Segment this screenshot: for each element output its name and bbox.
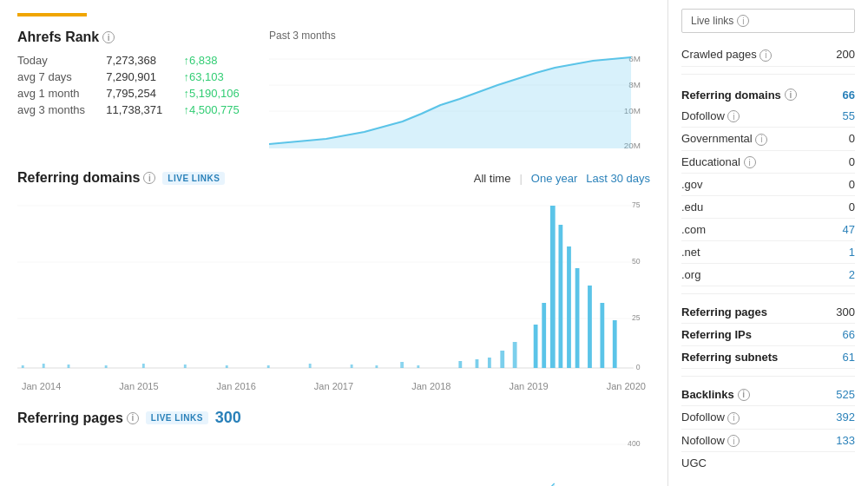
mini-chart-label: Past 3 months — [269, 30, 650, 42]
governmental-info-icon[interactable]: i — [755, 134, 767, 146]
ahrefs-rank-info-icon[interactable]: i — [102, 31, 115, 43]
edu-value: 0 — [849, 200, 855, 213]
svg-rect-35 — [513, 342, 517, 368]
svg-rect-20 — [68, 364, 70, 368]
sidebar-rd-info-icon[interactable]: i — [785, 89, 797, 101]
com-label: .com — [681, 223, 706, 236]
rank-row-3-value: 11,738,371 — [106, 103, 166, 116]
svg-rect-19 — [43, 364, 45, 368]
referring-pages-title: Referring pages i — [17, 410, 139, 426]
org-value: 2 — [849, 268, 855, 281]
backlinks-info-icon[interactable]: i — [738, 389, 750, 401]
mini-chart-section: Past 3 months 6M 8M 10M 20M — [269, 30, 650, 153]
svg-rect-32 — [476, 359, 479, 368]
live-links-info-icon[interactable]: i — [737, 15, 749, 27]
x-label-6: Jan 2020 — [607, 381, 646, 391]
sidebar-referring-domains-title: Referring domains i 66 — [681, 82, 855, 105]
time-filters: All time | One year Last 30 days — [474, 172, 650, 185]
filter-last-30[interactable]: Last 30 days — [586, 172, 650, 185]
org-label: .org — [681, 268, 700, 281]
sidebar-com-row: .com 47 — [681, 219, 855, 241]
x-label-4: Jan 2018 — [411, 381, 450, 391]
sidebar-gov-row: .gov 0 — [681, 174, 855, 196]
svg-rect-24 — [226, 365, 228, 368]
main-content: Ahrefs Rank i Today 7,273,368 ↑6,838 avg… — [0, 0, 668, 486]
referring-pages-chart: 400 — [17, 436, 650, 486]
gov-value: 0 — [849, 178, 855, 191]
sidebar-nofollow-backlinks-row: Nofollow i 133 — [681, 430, 855, 453]
svg-text:75: 75 — [632, 200, 641, 209]
crawled-pages-row: Crawled pages i 200 — [681, 43, 855, 67]
sidebar-ref-subnets-value: 61 — [843, 351, 855, 364]
referring-pages-header: Referring pages i LIVE LINKS 300 — [17, 409, 650, 427]
x-label-3: Jan 2017 — [314, 381, 353, 391]
rank-row-3-change: ↑4,500,775 — [183, 103, 243, 116]
svg-text:400: 400 — [628, 439, 640, 448]
rank-row-2-label: avg 1 month — [17, 87, 89, 100]
svg-rect-41 — [575, 268, 580, 368]
dofollow-info-icon[interactable]: i — [727, 110, 740, 122]
referring-domains-badge: LIVE LINKS — [162, 172, 225, 185]
ahrefs-rank-section: Ahrefs Rank i Today 7,273,368 ↑6,838 avg… — [17, 30, 243, 153]
live-links-button[interactable]: Live links i — [681, 9, 855, 33]
sidebar-org-row: .org 2 — [681, 264, 855, 286]
svg-rect-22 — [142, 364, 145, 368]
sidebar-rd-value: 66 — [843, 89, 855, 102]
live-links-label: Live links — [691, 15, 733, 27]
dofollow-backlinks-value: 392 — [836, 410, 855, 424]
ahrefs-rank-title: Ahrefs Rank i — [17, 30, 243, 45]
referring-domains-info-icon[interactable]: i — [143, 172, 155, 184]
educational-label: Educational — [681, 155, 740, 168]
dofollow-backlinks-info-icon[interactable]: i — [727, 412, 740, 424]
svg-text:0: 0 — [636, 363, 641, 371]
crawled-pages-info-icon[interactable]: i — [760, 49, 772, 62]
x-label-1: Jan 2015 — [119, 381, 158, 391]
svg-rect-21 — [105, 365, 108, 368]
gov-label: .gov — [681, 178, 703, 191]
svg-rect-38 — [550, 206, 556, 368]
sidebar-backlinks-row: Backlinks i 525 — [681, 384, 855, 406]
rank-row-1-label: avg 7 days — [17, 70, 89, 83]
sidebar-dofollow-backlinks-row: Dofollow i 392 — [681, 406, 855, 430]
dofollow-backlinks-label: Dofollow — [681, 410, 725, 424]
x-label-0: Jan 2014 — [22, 381, 61, 391]
backlinks-value: 525 — [836, 388, 855, 401]
referring-domains-header: Referring domains i LIVE LINKS All time … — [17, 170, 650, 186]
svg-rect-44 — [613, 320, 617, 368]
filter-one-year[interactable]: One year — [531, 172, 577, 185]
top-progress-bar — [17, 13, 87, 16]
dofollow-value: 55 — [843, 109, 855, 122]
referring-pages-badge: LIVE LINKS — [146, 411, 208, 424]
crawled-pages-value: 200 — [836, 48, 855, 61]
x-axis-labels: Jan 2014 Jan 2015 Jan 2016 Jan 2017 Jan … — [17, 381, 650, 391]
divider-1 — [681, 74, 855, 75]
referring-pages-info-icon[interactable]: i — [127, 412, 139, 424]
rank-row-1-value: 7,290,901 — [106, 70, 166, 83]
sidebar-edu-row: .edu 0 — [681, 196, 855, 219]
sidebar-net-row: .net 1 — [681, 241, 855, 264]
rank-row-0-value: 7,273,368 — [106, 54, 166, 67]
rank-row-2-value: 7,795,254 — [106, 87, 166, 100]
edu-label: .edu — [681, 200, 703, 213]
svg-rect-31 — [458, 361, 462, 368]
svg-text:Mar: Mar — [564, 152, 579, 153]
sidebar-governmental-row: Governmental i 0 — [681, 128, 855, 151]
divider-2 — [681, 293, 855, 294]
sidebar-dofollow-row: Dofollow i 55 — [681, 105, 855, 128]
svg-rect-37 — [542, 303, 546, 368]
backlinks-label: Backlinks — [681, 388, 734, 401]
nofollow-backlinks-label: Nofollow — [681, 434, 725, 447]
sidebar-educational-row: Educational i 0 — [681, 151, 855, 174]
svg-rect-40 — [567, 246, 571, 368]
x-label-2: Jan 2016 — [217, 381, 256, 391]
educational-info-icon[interactable]: i — [744, 156, 756, 168]
sidebar-ugc-row: UGC — [681, 452, 855, 474]
ahrefs-rank-label: Ahrefs Rank — [17, 30, 99, 45]
nofollow-backlinks-info-icon[interactable]: i — [727, 435, 740, 447]
svg-rect-43 — [600, 303, 604, 368]
sidebar-ref-subnets-label: Referring subnets — [681, 351, 778, 364]
svg-text:25: 25 — [632, 313, 641, 322]
filter-all-time[interactable]: All time — [474, 172, 511, 185]
sidebar-ref-pages-value: 300 — [836, 305, 855, 319]
x-label-5: Jan 2019 — [509, 381, 548, 391]
